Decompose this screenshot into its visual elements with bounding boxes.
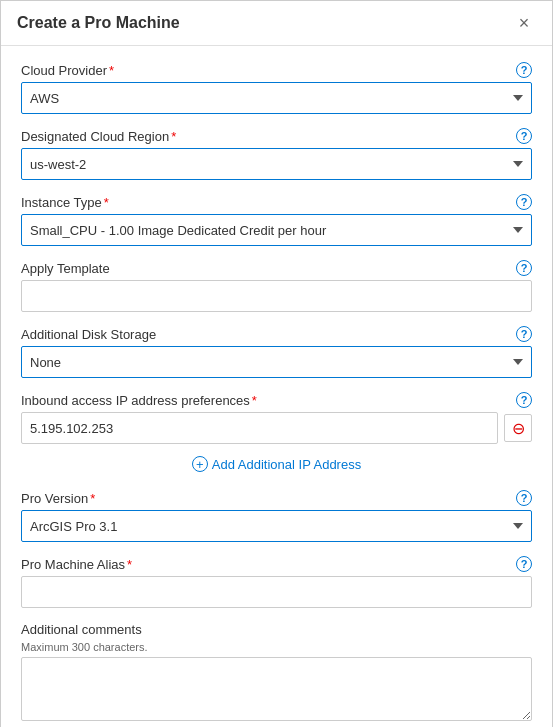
cloud-provider-group: Cloud Provider* ? AWS Azure GCP [21,62,532,114]
instance-type-help-icon[interactable]: ? [516,194,532,210]
instance-type-label-row: Instance Type* ? [21,194,532,210]
instance-type-group: Instance Type* ? Small_CPU - 1.00 Image … [21,194,532,246]
add-circle-icon: + [192,456,208,472]
additional-disk-select[interactable]: None 50 GB 100 GB 200 GB [21,346,532,378]
pro-alias-group: Pro Machine Alias* ? [21,556,532,608]
additional-disk-label-row: Additional Disk Storage ? [21,326,532,342]
apply-template-help-icon[interactable]: ? [516,260,532,276]
additional-comments-label: Additional comments [21,622,142,637]
cloud-provider-help-icon[interactable]: ? [516,62,532,78]
additional-disk-group: Additional Disk Storage ? None 50 GB 100… [21,326,532,378]
create-pro-machine-dialog: Create a Pro Machine × Cloud Provider* ?… [0,0,553,727]
pro-alias-input[interactable] [21,576,532,608]
apply-template-group: Apply Template ? [21,260,532,312]
inbound-ip-label-row: Inbound access IP address preferences* ? [21,392,532,408]
additional-comments-label-row: Additional comments [21,622,532,637]
apply-template-label-row: Apply Template ? [21,260,532,276]
additional-comments-textarea[interactable] [21,657,532,721]
cloud-provider-label-row: Cloud Provider* ? [21,62,532,78]
remove-ip-icon: ⊖ [511,421,525,435]
dialog-title: Create a Pro Machine [17,14,180,32]
cloud-region-label: Designated Cloud Region* [21,129,176,144]
pro-version-label: Pro Version* [21,491,95,506]
add-ip-button[interactable]: + Add Additional IP Address [184,452,369,476]
inbound-ip-group: Inbound access IP address preferences* ?… [21,392,532,476]
additional-disk-help-icon[interactable]: ? [516,326,532,342]
cloud-provider-select[interactable]: AWS Azure GCP [21,82,532,114]
cloud-provider-label: Cloud Provider* [21,63,114,78]
inbound-ip-label: Inbound access IP address preferences* [21,393,257,408]
pro-alias-label: Pro Machine Alias* [21,557,132,572]
additional-disk-label: Additional Disk Storage [21,327,156,342]
additional-comments-hint: Maximum 300 characters. [21,641,532,653]
pro-alias-help-icon[interactable]: ? [516,556,532,572]
pro-alias-label-row: Pro Machine Alias* ? [21,556,532,572]
pro-version-group: Pro Version* ? ArcGIS Pro 3.1 ArcGIS Pro… [21,490,532,542]
pro-version-help-icon[interactable]: ? [516,490,532,506]
pro-version-label-row: Pro Version* ? [21,490,532,506]
instance-type-select[interactable]: Small_CPU - 1.00 Image Dedicated Credit … [21,214,532,246]
ip-input-row: ⊖ [21,412,532,444]
cloud-region-select[interactable]: us-west-2 us-east-1 eu-west-1 [21,148,532,180]
inbound-ip-help-icon[interactable]: ? [516,392,532,408]
cloud-region-label-row: Designated Cloud Region* ? [21,128,532,144]
cloud-region-help-icon[interactable]: ? [516,128,532,144]
dialog-header: Create a Pro Machine × [1,1,552,46]
add-ip-row: + Add Additional IP Address [21,452,532,476]
cloud-region-group: Designated Cloud Region* ? us-west-2 us-… [21,128,532,180]
dialog-body: Cloud Provider* ? AWS Azure GCP Designat… [1,46,552,727]
apply-template-input[interactable] [21,280,532,312]
apply-template-label: Apply Template [21,261,110,276]
add-ip-label: Add Additional IP Address [212,457,361,472]
remove-ip-button[interactable]: ⊖ [504,414,532,442]
instance-type-label: Instance Type* [21,195,109,210]
close-button[interactable]: × [512,11,536,35]
pro-version-select[interactable]: ArcGIS Pro 3.1 ArcGIS Pro 3.0 ArcGIS Pro… [21,510,532,542]
additional-comments-group: Additional comments Maximum 300 characte… [21,622,532,725]
inbound-ip-input[interactable] [21,412,498,444]
